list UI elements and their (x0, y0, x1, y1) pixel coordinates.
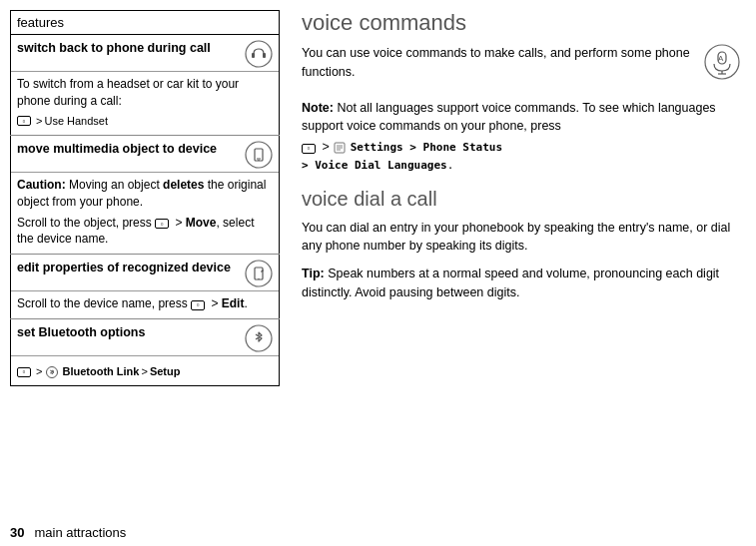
voice-commands-note: Note: Not all languages support voice co… (302, 99, 740, 175)
feature-row-switch-back: switch back to phone during call (11, 35, 280, 136)
feature-title-move-multimedia: move multimedia object to device (17, 141, 241, 157)
note-label: Note: (302, 101, 334, 115)
voice-dial-body: You can dial an entry in your phonebook … (302, 219, 740, 255)
menu-btn-move: ▫ (155, 219, 169, 229)
feature-body-edit-properties: Scroll to the device name, press ▫ > Edi… (11, 291, 279, 318)
feature-body-set-bt: ▫ > Bluetooth Link > (11, 356, 279, 385)
footer-label: main attractions (34, 525, 126, 540)
page-footer: 30 main attractions (0, 519, 756, 546)
feature-title-set-bt: set Bluetooth options (17, 324, 241, 340)
feature-row-move-multimedia: move multimedia object to device (11, 135, 280, 254)
svg-point-9 (258, 278, 259, 279)
svg-point-6 (258, 160, 259, 161)
menu-button-icon: ▫ (17, 116, 31, 126)
feature-row-edit-properties: edit properties of recognized device (11, 255, 280, 319)
features-table: features switch back to phone during cal… (10, 10, 280, 519)
svg-rect-1 (252, 53, 255, 58)
voice-icon: A (704, 44, 740, 90)
voice-commands-panel: voice commands You can use voice command… (296, 10, 746, 519)
feature-title-edit-properties: edit properties of recognized device (17, 260, 241, 275)
menu-btn-bt: ▫ (17, 367, 31, 377)
voice-dial-heading: voice dial a call (302, 188, 740, 211)
headset-icon (245, 40, 273, 68)
feature-title-switch-back: switch back to phone during call (17, 40, 241, 56)
menu-btn-note: ▫ (302, 144, 316, 154)
page-number: 30 (10, 525, 24, 540)
note-body: Not all languages support voice commands… (302, 101, 716, 133)
bt-menu-path: ▫ > Bluetooth Link > (17, 364, 273, 379)
svg-rect-8 (255, 268, 263, 279)
voice-commands-intro: You can use voice commands to make calls… (302, 44, 696, 80)
svg-rect-2 (263, 53, 266, 58)
feature-row-set-bt-options: set Bluetooth options ▫ > (11, 318, 280, 385)
svg-text:A: A (718, 54, 724, 63)
svg-point-3 (246, 142, 272, 168)
device-icon (245, 141, 273, 169)
feature-body-move-multimedia: Caution: Moving an object deletes the or… (11, 173, 279, 254)
switch-back-desc: To switch from a headset or car kit to y… (17, 76, 273, 110)
svg-point-7 (246, 261, 272, 286)
voice-commands-intro-section: You can use voice commands to make calls… (302, 44, 740, 90)
voice-commands-heading: voice commands (302, 10, 740, 36)
switch-back-menu: ▫ > Use Handset (17, 114, 273, 129)
bt-options-icon (245, 324, 273, 352)
bt-link-label: Bluetooth Link (62, 364, 139, 379)
tip-body: Speak numbers at a normal speed and volu… (302, 267, 719, 298)
feature-body-switch-back: To switch from a headset or car kit to y… (11, 72, 279, 135)
svg-point-0 (246, 41, 272, 67)
edit-device-icon (245, 260, 273, 287)
tip-label: Tip: (302, 267, 325, 280)
menu-btn-edit: ▫ (191, 300, 205, 310)
voice-dial-tip: Tip: Speak numbers at a normal speed and… (302, 265, 740, 300)
features-header-label: features (17, 15, 64, 30)
